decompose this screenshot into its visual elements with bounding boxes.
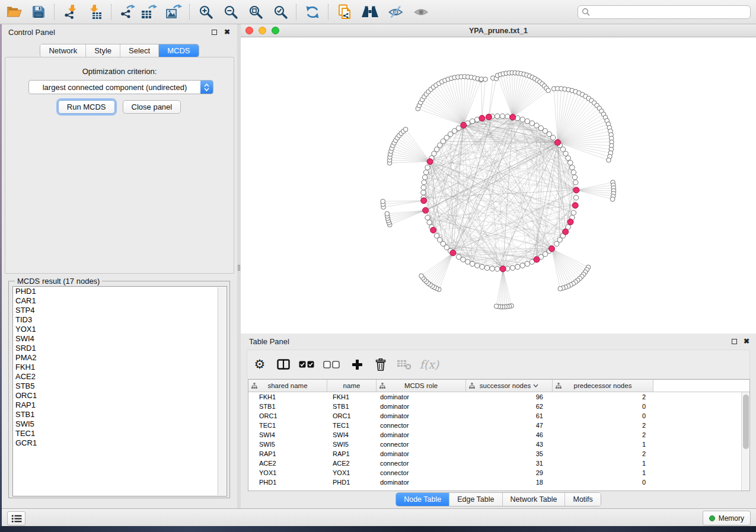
column-header-successor-nodes[interactable]: successor nodes xyxy=(466,380,553,392)
table-row-RAP1[interactable]: RAP1RAP1dominator352 xyxy=(248,449,749,459)
close-panel-button[interactable]: Close panel xyxy=(123,100,181,114)
zoom-fit-button[interactable] xyxy=(245,3,266,21)
tab-node-table[interactable]: Node Table xyxy=(396,493,449,506)
network-mcds-hub-node[interactable] xyxy=(534,257,540,262)
network-node[interactable] xyxy=(505,114,510,118)
network-node[interactable] xyxy=(520,117,525,122)
network-satellite-node[interactable] xyxy=(419,274,424,278)
network-node[interactable] xyxy=(422,180,426,185)
network-node[interactable] xyxy=(484,265,489,270)
mcds-result-item[interactable]: SWI5 xyxy=(13,419,227,429)
network-canvas[interactable] xyxy=(241,37,756,334)
network-node[interactable] xyxy=(554,241,559,246)
network-node[interactable] xyxy=(495,267,500,271)
network-node[interactable] xyxy=(434,233,439,238)
mcds-result-item[interactable]: PHD1 xyxy=(13,287,227,296)
create-column-button[interactable] xyxy=(344,354,369,374)
mcds-result-item[interactable]: RAP1 xyxy=(13,400,227,410)
network-node[interactable] xyxy=(573,180,578,185)
network-node[interactable] xyxy=(425,165,430,170)
table-scrollbar[interactable] xyxy=(741,392,749,491)
close-panel-icon[interactable]: ✖ xyxy=(224,27,230,37)
export-table-button[interactable] xyxy=(139,3,159,21)
network-node[interactable] xyxy=(470,118,474,123)
mcds-result-item[interactable]: GCR1 xyxy=(13,438,227,448)
import-table-button[interactable] xyxy=(85,3,106,21)
network-mcds-hub-node[interactable] xyxy=(563,229,569,235)
network-node[interactable] xyxy=(563,151,568,156)
float-panel-icon[interactable] xyxy=(212,30,217,35)
network-node[interactable] xyxy=(525,261,529,266)
zoom-in-button[interactable] xyxy=(196,3,216,21)
table-mode-button[interactable]: ⚙ xyxy=(247,354,272,374)
network-node[interactable] xyxy=(510,265,515,270)
table-row-SWI5[interactable]: SWI5SWI5connector431 xyxy=(248,440,749,449)
memory-button[interactable]: Memory xyxy=(703,511,751,525)
show-panels-list-button[interactable] xyxy=(7,511,25,525)
network-node[interactable] xyxy=(480,264,484,269)
select-all-rows-button[interactable] xyxy=(295,354,318,374)
search-input[interactable] xyxy=(591,7,750,17)
network-satellite-node[interactable] xyxy=(610,197,615,201)
network-mcds-hub-node[interactable] xyxy=(461,122,467,128)
network-mcds-hub-node[interactable] xyxy=(549,246,555,252)
network-mcds-hub-node[interactable] xyxy=(423,207,429,213)
network-mcds-hub-node[interactable] xyxy=(479,116,485,121)
table-row-PHD1[interactable]: PHD1PHD1dominator180 xyxy=(248,477,749,487)
mcds-list-scrollbar[interactable] xyxy=(218,287,226,495)
table-row-SWI4[interactable]: SWI4SWI4dominator462 xyxy=(248,430,749,440)
close-panel-icon[interactable]: ✖ xyxy=(744,336,749,346)
run-mcds-button[interactable]: Run MCDS xyxy=(58,100,115,114)
network-node[interactable] xyxy=(529,121,534,126)
refresh-view-button[interactable] xyxy=(302,3,323,21)
network-node[interactable] xyxy=(422,175,427,180)
show-all-button[interactable] xyxy=(411,3,431,21)
open-session-button[interactable] xyxy=(4,3,24,21)
column-header-shared-name[interactable]: shared name xyxy=(248,380,327,392)
network-node[interactable] xyxy=(571,170,576,175)
deselect-all-rows-button[interactable] xyxy=(318,354,344,374)
tab-select[interactable]: Select xyxy=(120,44,159,57)
network-satellite-node[interactable] xyxy=(403,127,408,132)
zoom-out-button[interactable] xyxy=(221,3,241,21)
network-node[interactable] xyxy=(551,135,556,140)
tab-network[interactable]: Network xyxy=(40,44,86,57)
column-header-predecessor-nodes[interactable]: predecessor nodes xyxy=(553,380,653,392)
network-node[interactable] xyxy=(425,215,430,220)
function-builder-button[interactable]: f(x) xyxy=(416,354,443,374)
first-neighbors-button[interactable] xyxy=(360,3,380,21)
network-node[interactable] xyxy=(568,160,573,165)
tab-network-table[interactable]: Network Table xyxy=(503,493,566,506)
network-mcds-hub-node[interactable] xyxy=(427,159,433,165)
delete-table-button[interactable] xyxy=(392,354,416,374)
tab-mcds[interactable]: MCDS xyxy=(159,44,198,57)
network-mcds-hub-node[interactable] xyxy=(573,187,579,193)
network-satellite-node[interactable] xyxy=(494,304,499,309)
network-node[interactable] xyxy=(572,175,577,180)
network-mcds-hub-node[interactable] xyxy=(567,219,573,225)
tab-edge-table[interactable]: Edge Table xyxy=(449,493,502,506)
network-node[interactable] xyxy=(571,210,576,215)
network-node[interactable] xyxy=(525,118,529,123)
network-mcds-hub-node[interactable] xyxy=(421,198,427,204)
table-row-TEC1[interactable]: TEC1TEC1connector472 xyxy=(248,421,749,430)
mcds-result-item[interactable]: CAR1 xyxy=(13,296,227,306)
mcds-result-item[interactable]: STP4 xyxy=(13,306,227,315)
network-satellite-node[interactable] xyxy=(607,158,611,162)
table-row-STB1[interactable]: STB1STB1dominator620 xyxy=(248,402,749,411)
tab-motifs[interactable]: Motifs xyxy=(565,493,600,506)
mcds-result-item[interactable]: ACE2 xyxy=(13,372,227,382)
clone-network-button[interactable] xyxy=(334,3,355,21)
mcds-result-item[interactable]: SRD1 xyxy=(13,344,227,353)
network-node[interactable] xyxy=(490,266,495,271)
network-node[interactable] xyxy=(421,185,426,190)
minimize-window-icon[interactable] xyxy=(259,27,266,34)
mcds-result-item[interactable]: YOX1 xyxy=(13,325,227,334)
float-panel-icon[interactable] xyxy=(732,339,737,344)
table-row-ACE2[interactable]: ACE2ACE2connector311 xyxy=(248,459,749,468)
network-node[interactable] xyxy=(465,259,470,264)
table-row-FKH1[interactable]: FKH1FKH1dominator962 xyxy=(248,392,749,402)
network-satellite-node[interactable] xyxy=(483,77,488,82)
network-node[interactable] xyxy=(427,220,432,225)
network-mcds-hub-node[interactable] xyxy=(555,140,561,146)
